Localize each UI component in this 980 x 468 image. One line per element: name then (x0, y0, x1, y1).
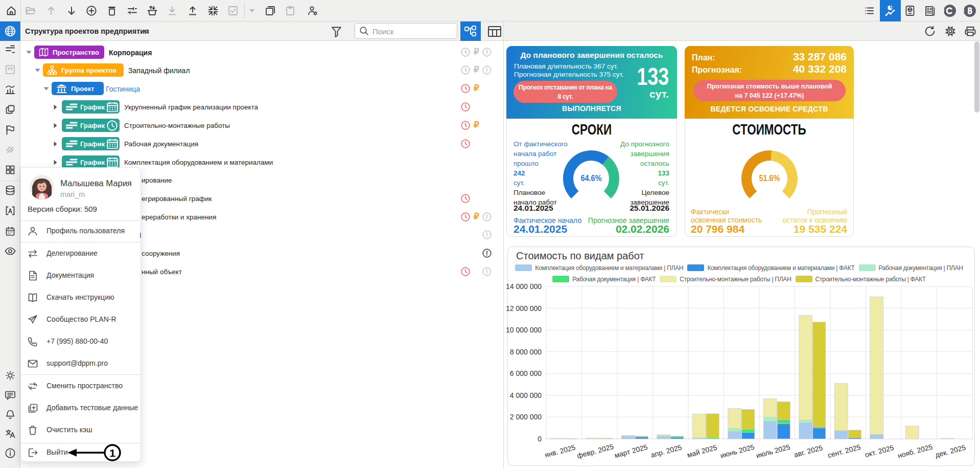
svg-text:1: 1 (109, 447, 115, 459)
